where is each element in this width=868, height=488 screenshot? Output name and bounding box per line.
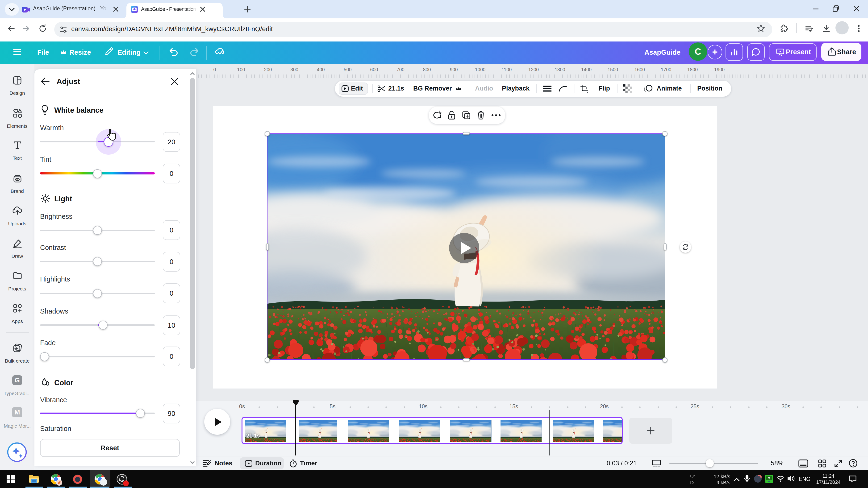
svg-text:co: co <box>16 178 18 181</box>
